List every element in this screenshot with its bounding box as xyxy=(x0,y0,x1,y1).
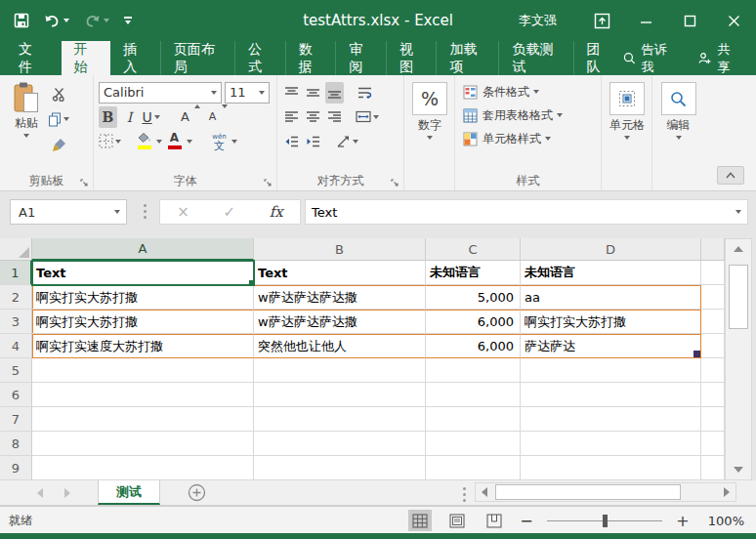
cancel-entry-icon[interactable]: × xyxy=(177,203,189,221)
cut-button[interactable] xyxy=(48,83,69,104)
cell-d2[interactable]: aa xyxy=(521,285,701,310)
horizontal-scrollbar[interactable] xyxy=(475,482,736,502)
column-header-c[interactable]: C xyxy=(426,238,521,261)
column-header-d[interactable]: D xyxy=(521,238,701,261)
zoom-slider[interactable] xyxy=(547,511,662,530)
phonetic-dropdown-icon[interactable] xyxy=(231,140,237,144)
cell-d9[interactable] xyxy=(521,456,701,480)
cell-b6[interactable] xyxy=(254,383,426,407)
paste-button[interactable]: 粘贴 xyxy=(5,80,48,155)
cell-b5[interactable] xyxy=(254,358,426,383)
fill-color-button[interactable] xyxy=(135,131,153,152)
tell-me-box[interactable]: 告诉我 xyxy=(623,41,673,76)
clipboard-dialog-launcher[interactable] xyxy=(80,179,89,187)
row-header-2[interactable]: 2 xyxy=(0,285,32,310)
editing-dropdown-icon[interactable] xyxy=(676,136,682,140)
font-family-select[interactable]: Calibri xyxy=(99,82,222,104)
align-top-button[interactable] xyxy=(282,82,301,104)
undo-button[interactable] xyxy=(44,14,69,28)
align-right-button[interactable] xyxy=(325,106,344,128)
font-color-dropdown-icon[interactable] xyxy=(187,140,192,144)
sheet-tab-active[interactable]: 测试 xyxy=(98,480,160,505)
tab-data[interactable]: 数据 xyxy=(285,41,336,75)
align-center-button[interactable] xyxy=(304,106,322,128)
tab-home[interactable]: 开始 xyxy=(62,41,111,75)
cell-c5[interactable] xyxy=(426,358,521,383)
cell-a6[interactable] xyxy=(32,383,254,407)
undo-dropdown-icon[interactable] xyxy=(63,19,69,22)
name-box-dropdown-icon[interactable] xyxy=(114,210,120,214)
cell-d6[interactable] xyxy=(521,383,701,407)
zoom-out-button[interactable]: − xyxy=(520,512,533,530)
number-format-button[interactable]: % 数字 xyxy=(409,80,450,140)
orientation-button[interactable] xyxy=(336,131,358,152)
cell-c4[interactable]: 6,000 xyxy=(426,334,521,358)
cell-d1[interactable]: 未知语言 xyxy=(521,261,701,285)
zoom-in-button[interactable]: + xyxy=(676,512,690,530)
font-size-select[interactable]: 11 xyxy=(225,82,270,104)
cell-d5[interactable] xyxy=(521,358,701,383)
decrease-indent-button[interactable] xyxy=(282,131,301,152)
cell-b3[interactable]: w萨达萨达萨达撒 xyxy=(254,310,426,334)
next-sheet-button[interactable] xyxy=(64,488,70,498)
cell-a9[interactable] xyxy=(32,456,254,480)
close-button[interactable] xyxy=(712,0,756,41)
copy-button[interactable] xyxy=(48,108,69,130)
cell-b8[interactable] xyxy=(254,432,426,456)
phonetic-guide-button[interactable]: wén 文 xyxy=(210,131,229,152)
new-sheet-button[interactable] xyxy=(188,483,206,502)
page-break-preview-button[interactable] xyxy=(483,510,506,531)
decrease-font-button[interactable]: A xyxy=(203,106,222,128)
select-all-button[interactable] xyxy=(0,238,32,261)
row-header-4[interactable]: 4 xyxy=(0,334,32,358)
cell-c2[interactable]: 5,000 xyxy=(426,285,521,310)
redo-button[interactable] xyxy=(84,14,109,28)
align-left-button[interactable] xyxy=(282,106,301,128)
row-header-7[interactable]: 7 xyxy=(0,407,32,432)
name-box[interactable]: A1 xyxy=(10,199,127,225)
cell-b4[interactable]: 突然他也让他人 xyxy=(254,334,426,358)
merge-center-button[interactable] xyxy=(356,106,379,128)
zoom-level-label[interactable]: 100% xyxy=(703,514,744,528)
row-header-5[interactable]: 5 xyxy=(0,358,32,383)
page-layout-view-button[interactable] xyxy=(445,510,469,531)
cell-e5[interactable] xyxy=(701,358,725,383)
cell-styles-button[interactable]: 单元格样式 xyxy=(463,127,597,150)
cell-c8[interactable] xyxy=(426,432,521,456)
row-header-9[interactable]: 9 xyxy=(0,456,32,480)
row-header-8[interactable]: 8 xyxy=(0,432,32,456)
horizontal-scroll-thumb[interactable] xyxy=(495,484,681,500)
font-color-button[interactable]: A xyxy=(165,131,184,152)
underline-dropdown-icon[interactable] xyxy=(154,115,160,119)
normal-view-button[interactable] xyxy=(408,510,432,531)
collapse-ribbon-button[interactable] xyxy=(717,166,744,185)
tab-file[interactable]: 文件 xyxy=(0,41,62,75)
scroll-up-button[interactable] xyxy=(726,239,751,259)
column-header-partial[interactable] xyxy=(701,238,725,261)
zoom-slider-thumb[interactable] xyxy=(603,515,608,527)
tab-insert[interactable]: 插入 xyxy=(110,41,160,75)
tab-addins[interactable]: 加载项 xyxy=(436,41,498,75)
cell-a1[interactable]: Text xyxy=(32,261,254,285)
cell-c9[interactable] xyxy=(426,456,521,480)
scroll-left-button[interactable] xyxy=(476,483,493,501)
cell-b9[interactable] xyxy=(254,456,426,480)
borders-button[interactable] xyxy=(99,131,121,152)
editing-button[interactable]: 编辑 xyxy=(657,80,699,140)
vertical-scrollbar[interactable] xyxy=(725,238,752,480)
tab-team[interactable]: 团队 xyxy=(573,41,624,75)
cell-d8[interactable] xyxy=(521,432,701,456)
cell-e3[interactable] xyxy=(701,310,725,334)
format-as-table-button[interactable]: 套用表格格式 xyxy=(463,104,597,127)
cell-d3[interactable]: 啊实打实大苏打撒 xyxy=(521,310,701,334)
customize-qat-button[interactable] xyxy=(124,17,132,24)
cell-d7[interactable] xyxy=(521,407,701,432)
cell-b7[interactable] xyxy=(254,407,426,432)
wrap-text-button[interactable] xyxy=(356,82,374,104)
tab-review[interactable]: 审阅 xyxy=(335,41,386,75)
cell-e1[interactable] xyxy=(701,261,725,285)
bold-button[interactable]: B xyxy=(99,106,117,128)
row-header-1[interactable]: 1 xyxy=(0,261,32,285)
orientation-dropdown-icon[interactable] xyxy=(353,140,358,144)
cell-d4[interactable]: 萨达萨达 xyxy=(521,334,701,358)
